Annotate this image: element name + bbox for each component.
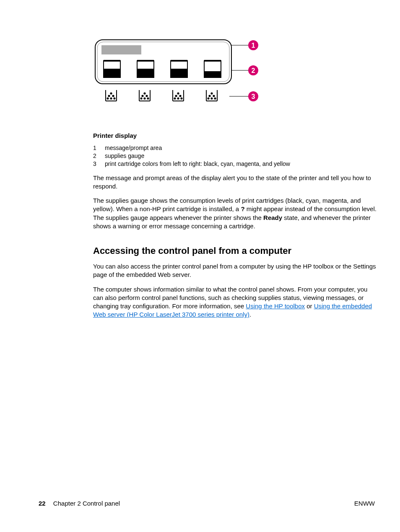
svg-point-37 <box>142 95 143 96</box>
svg-point-39 <box>140 98 142 99</box>
cartridge-icon <box>173 90 184 101</box>
legend-item: 2 supplies gauge <box>93 152 378 160</box>
cartridge-icon <box>139 90 150 101</box>
legend-num: 3 <box>93 160 105 168</box>
svg-point-40 <box>144 98 145 99</box>
callout-1: 1 <box>248 40 258 50</box>
legend-item: 1 message/prompt area <box>93 144 378 152</box>
svg-point-56 <box>213 95 214 96</box>
section-heading-printer-display: Printer display <box>93 132 378 139</box>
svg-point-57 <box>208 98 209 99</box>
paragraph: You can also access the printer control … <box>93 262 378 279</box>
legend-item: 3 print cartridge colors from left to ri… <box>93 160 378 168</box>
svg-point-54 <box>211 93 212 94</box>
legend-text: message/prompt area <box>105 144 162 152</box>
paragraph: The computer shows information similar t… <box>93 285 378 319</box>
svg-point-31 <box>110 98 112 99</box>
legend-text: supplies gauge <box>105 152 144 160</box>
svg-point-59 <box>214 98 216 99</box>
cartridge-icon <box>206 90 217 101</box>
link-hp-toolbox[interactable]: Using the HP toolbox <box>246 302 305 310</box>
footer-right: ENWW <box>354 500 375 507</box>
callout-2: 2 <box>248 65 258 75</box>
page-footer: 22 Chapter 2 Control panel ENWW <box>39 500 375 507</box>
svg-point-50 <box>181 98 182 99</box>
svg-rect-22 <box>204 71 221 77</box>
svg-point-32 <box>114 98 115 99</box>
paragraph: The supplies gauge shows the consumption… <box>93 196 378 230</box>
svg-point-48 <box>174 98 175 99</box>
svg-point-45 <box>177 93 179 94</box>
svg-point-55 <box>209 95 210 96</box>
svg-point-28 <box>108 95 109 96</box>
chapter-label: Chapter 2 Control panel <box>53 500 120 507</box>
svg-text:1: 1 <box>252 42 255 49</box>
legend-text: print cartridge colors from left to righ… <box>105 160 290 168</box>
legend-num: 1 <box>93 144 105 152</box>
svg-text:3: 3 <box>252 93 255 100</box>
cartridge-icon <box>106 90 117 101</box>
svg-point-47 <box>179 95 181 96</box>
svg-point-41 <box>147 98 148 99</box>
svg-text:2: 2 <box>252 67 255 74</box>
svg-rect-16 <box>137 69 154 77</box>
legend-list: 1 message/prompt area 2 supplies gauge 3… <box>93 144 378 168</box>
svg-rect-13 <box>104 69 120 77</box>
svg-point-36 <box>144 93 145 94</box>
ready-state-label: Ready <box>263 214 282 221</box>
svg-point-46 <box>175 95 177 96</box>
svg-point-58 <box>211 98 212 99</box>
paragraph: The message and prompt areas of the disp… <box>93 174 378 191</box>
page-number: 22 <box>39 500 46 507</box>
svg-rect-2 <box>101 45 141 54</box>
svg-rect-19 <box>171 69 187 77</box>
svg-point-38 <box>146 95 147 96</box>
legend-num: 2 <box>93 152 105 160</box>
svg-point-29 <box>112 95 114 96</box>
svg-point-27 <box>110 93 112 94</box>
svg-point-49 <box>177 98 179 99</box>
callout-3: 3 <box>248 91 258 101</box>
svg-point-30 <box>107 98 108 99</box>
printer-display-figure: 1 2 3 <box>93 38 378 109</box>
question-mark-glyph: ? <box>241 205 244 212</box>
heading-accessing-control-panel: Accessing the control panel from a compu… <box>93 245 378 256</box>
